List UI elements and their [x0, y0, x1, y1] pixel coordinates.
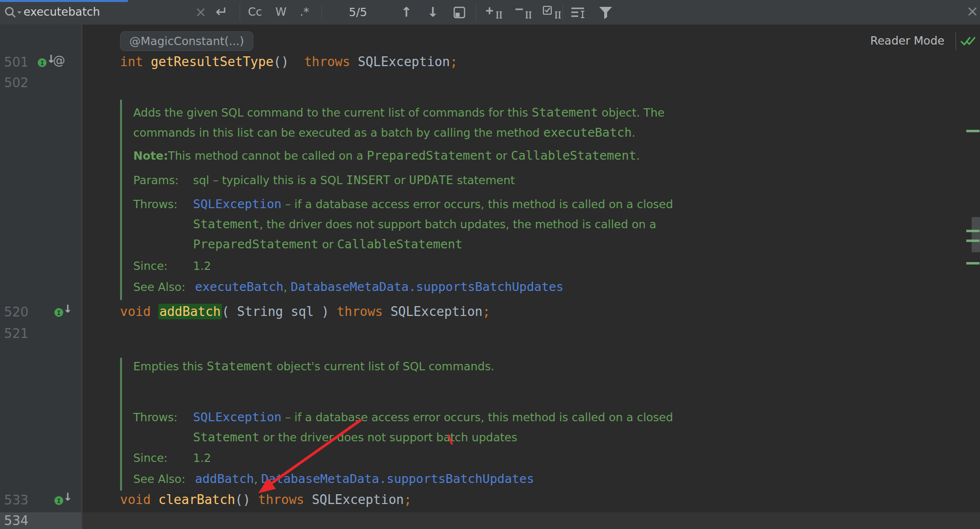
scrollbar-thumb[interactable] [972, 217, 980, 252]
doc-link[interactable]: DatabaseMetaData.supportsBatchUpdates [291, 280, 564, 294]
close-search-icon[interactable]: × [966, 5, 979, 18]
method-name: clearBatch [158, 492, 235, 507]
doc-seealso-value: addBatch, DatabaseMetaData.supportsBatch… [195, 472, 534, 486]
keyword: throws [304, 54, 358, 69]
implemented-marker-icon[interactable]: I [37, 58, 47, 68]
keyword: throws [337, 304, 391, 319]
doc-block-border [120, 358, 122, 491]
line-number: 502 [0, 75, 28, 90]
code-line-520[interactable]: void addBatch( String sql ) throws SQLEx… [120, 304, 490, 319]
doc-paragraph: Adds the given SQL command to the curren… [133, 105, 664, 120]
editor-gutter [0, 24, 82, 529]
doc-paragraph: commands in this list can be executed as… [133, 125, 636, 140]
search-input[interactable]: executebatch [24, 5, 100, 18]
remove-occurrence-button[interactable] [514, 5, 536, 21]
search-stripe-mark[interactable] [966, 130, 980, 132]
match-case-button[interactable]: Cc [248, 5, 262, 18]
insert-newline-icon[interactable]: ↵ [216, 3, 228, 20]
search-stripe-mark[interactable] [966, 262, 980, 264]
doc-link[interactable]: SQLException [193, 197, 282, 211]
doc-link[interactable]: DatabaseMetaData.supportsBatchUpdates [261, 472, 534, 486]
code-line-501[interactable]: int getResultSetType() throws SQLExcepti… [120, 54, 458, 69]
current-line-highlight [0, 512, 980, 529]
doc-throws-label: Throws: [133, 197, 177, 212]
doc-paragraph: Empties this Statement object's current … [133, 359, 494, 374]
doc-throws-label: Throws: [133, 410, 177, 425]
reader-mode-label[interactable]: Reader Mode [870, 34, 944, 47]
doc-link[interactable]: SQLException [193, 410, 282, 424]
next-match-button[interactable]: ↓ [427, 4, 439, 20]
doc-since-value: 1.2 [193, 451, 211, 465]
keyword: int [120, 54, 151, 69]
select-all-occurrences-button[interactable] [542, 5, 565, 21]
doc-throws-value: PreparedStatement or CallableStatement [193, 237, 463, 252]
annotation-gutter-icon[interactable]: @ [53, 53, 65, 68]
header-divider [956, 32, 956, 50]
svg-text:I: I [40, 60, 44, 67]
doc-seealso-label: See Also: [133, 472, 185, 486]
keyword: void [120, 492, 158, 507]
match-count: 5/5 [349, 6, 367, 19]
search-stripe-mark[interactable] [966, 230, 980, 232]
doc-throws-value: Statement, the driver does not support b… [193, 217, 656, 232]
line-number-current: 534 [0, 513, 28, 528]
line-number: 533 [0, 493, 28, 507]
doc-link[interactable]: addBatch [195, 472, 254, 486]
implemented-marker-icon[interactable]: I [54, 496, 64, 505]
doc-params-value: sql – typically this is a SQL INSERT or … [193, 173, 515, 188]
method-name: getResultSetType [151, 54, 273, 69]
keyword: throws [258, 492, 312, 507]
doc-note: Note:This method cannot be called on a P… [133, 148, 640, 163]
toolbar-divider [563, 4, 563, 21]
doc-block-border [120, 99, 122, 300]
method-name-search-match: addBatch [158, 304, 221, 319]
add-occurrence-button[interactable] [484, 5, 507, 21]
search-focus-strip [0, 0, 128, 2]
doc-since-label: Since: [133, 259, 168, 273]
doc-throws-value: Statement or the driver does not support… [193, 430, 517, 445]
gutter-separator [81, 24, 82, 529]
previous-match-button[interactable]: ↑ [401, 4, 412, 20]
filter-button[interactable] [598, 5, 613, 20]
doc-throws-value: SQLException – if a database access erro… [193, 410, 673, 425]
implemented-arrow-icon[interactable]: ↓ [63, 303, 72, 315]
doc-throws-value: SQLException – if a database access erro… [193, 197, 673, 212]
ide-window: executebatch × ↵ Cc W .* 5/5 ↑ ↓ [0, 0, 980, 529]
line-number: 520 [0, 305, 28, 319]
doc-since-label: Since: [133, 451, 168, 465]
inspections-ok-icon[interactable] [960, 35, 977, 48]
doc-seealso-label: See Also: [133, 280, 185, 294]
toolbar-divider [476, 4, 476, 21]
doc-since-value: 1.2 [193, 259, 211, 273]
svg-text:I: I [57, 310, 60, 316]
multiline-search-toggle-button[interactable] [570, 6, 587, 20]
doc-seealso-value: executeBatch, DatabaseMetaData.supportsB… [195, 280, 564, 294]
implemented-arrow-icon[interactable]: ↓ [63, 491, 72, 503]
toolbar-divider [321, 4, 322, 21]
open-results-in-window-button[interactable] [453, 6, 466, 20]
doc-link[interactable]: executeBatch [195, 280, 284, 294]
search-icon[interactable] [4, 6, 23, 20]
code-line-533[interactable]: void clearBatch() throws SQLException; [120, 492, 412, 507]
toolbar-divider [240, 4, 240, 21]
type-ref: SQLException [358, 54, 450, 69]
line-number: 501 [0, 55, 28, 70]
line-number: 521 [0, 326, 28, 341]
search-stripe-mark[interactable] [966, 240, 980, 242]
implemented-marker-icon[interactable]: I [54, 308, 64, 317]
keyword: void [120, 304, 158, 319]
whole-words-button[interactable]: W [275, 5, 287, 18]
doc-params-label: Params: [133, 173, 179, 188]
svg-text:I: I [57, 498, 60, 505]
clear-search-icon[interactable]: × [195, 6, 206, 19]
regex-button[interactable]: .* [300, 5, 309, 18]
folded-annotation-pill[interactable]: @MagicConstant(...) [120, 31, 253, 51]
type-ref: SQLException [391, 304, 483, 319]
search-options-caret-icon [17, 11, 22, 14]
type-ref: SQLException [312, 492, 404, 507]
